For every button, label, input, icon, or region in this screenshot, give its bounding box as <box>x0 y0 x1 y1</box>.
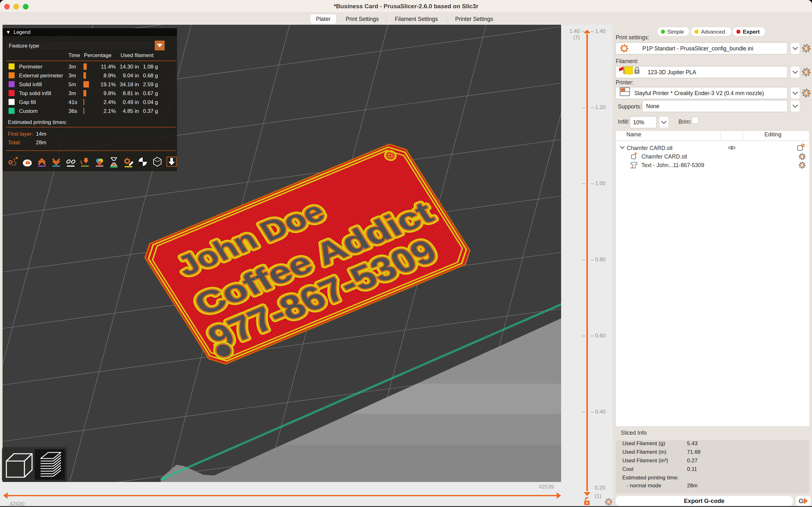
svg-text:8.81 in: 8.81 in <box>123 90 139 96</box>
svg-text:Percentage: Percentage <box>84 52 112 58</box>
svg-text:14.30 in: 14.30 in <box>120 64 139 70</box>
svg-text:0.68 g: 0.68 g <box>143 73 158 79</box>
svg-text:Estimated printing times:: Estimated printing times: <box>8 119 67 125</box>
svg-text:9.8%: 9.8% <box>103 90 116 96</box>
svg-text:1.08 g: 1.08 g <box>143 64 158 70</box>
svg-text:19.1%: 19.1% <box>101 81 116 88</box>
svg-text:Perimeter: Perimeter <box>19 64 43 70</box>
svg-text:28m: 28m <box>36 139 46 146</box>
svg-text:5m: 5m <box>68 81 76 88</box>
svg-text:3m: 3m <box>68 73 76 79</box>
svg-text:Custom: Custom <box>19 108 38 114</box>
svg-text:0.67 g: 0.67 g <box>143 90 158 96</box>
svg-text:34.18 in: 34.18 in <box>120 81 139 88</box>
svg-text:2.4%: 2.4% <box>103 99 116 105</box>
svg-text:4.85 in: 4.85 in <box>123 108 139 114</box>
svg-text:External perimeter: External perimeter <box>19 73 63 79</box>
svg-text:3m: 3m <box>68 90 76 96</box>
svg-text:Gap fill: Gap fill <box>19 99 36 105</box>
svg-text:36s: 36s <box>68 108 77 114</box>
svg-text:Feature type: Feature type <box>9 43 39 49</box>
svg-text:0.04 g: 0.04 g <box>143 99 158 105</box>
svg-text:First layer:: First layer: <box>8 131 33 137</box>
svg-text:Solid infill: Solid infill <box>19 81 42 88</box>
svg-text:Time: Time <box>68 52 80 58</box>
svg-text:Used filament: Used filament <box>120 52 154 58</box>
svg-text:2.59 g: 2.59 g <box>143 81 158 88</box>
svg-text:3m: 3m <box>68 64 76 70</box>
svg-text:2.1%: 2.1% <box>103 108 116 114</box>
svg-text:0.49 in: 0.49 in <box>123 99 139 105</box>
svg-text:9.04 in: 9.04 in <box>123 73 139 79</box>
svg-text:8.9%: 8.9% <box>103 73 116 79</box>
svg-text:41s: 41s <box>68 99 77 105</box>
svg-text:0.37 g: 0.37 g <box>143 108 158 114</box>
svg-text:Top solid infill: Top solid infill <box>19 90 51 96</box>
svg-text:Total:: Total: <box>8 139 21 146</box>
svg-text:14m: 14m <box>36 131 46 137</box>
svg-text:11.4%: 11.4% <box>101 64 116 70</box>
